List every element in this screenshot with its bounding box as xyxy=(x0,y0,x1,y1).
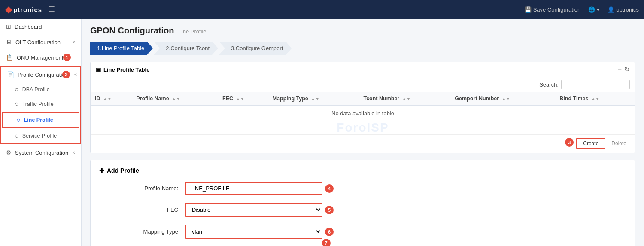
fec-select[interactable]: Disable Enable xyxy=(185,203,322,217)
sort-icon-gemport: ▲▼ xyxy=(502,96,510,101)
mapping-type-label: Mapping Type xyxy=(99,228,185,235)
data-table: ID ▲▼ Profile Name ▲▼ FEC ▲▼ Mapping T xyxy=(91,92,635,121)
sidebar-item-system-config[interactable]: ⚙ System Configuration < xyxy=(0,145,81,160)
delete-button[interactable]: Delete xyxy=(608,138,630,149)
profile-name-input[interactable] xyxy=(185,182,322,195)
table-footer: 3 Create Delete xyxy=(91,134,635,153)
mapping-type-select[interactable]: vlan gem priority xyxy=(185,225,322,239)
add-icon: ✚ xyxy=(99,167,104,174)
profile-name-row: Profile Name: 4 xyxy=(99,182,626,195)
chevron-icon: < xyxy=(73,39,75,45)
col-profile-name[interactable]: Profile Name ▲▼ xyxy=(132,92,218,105)
page-subtitle: Line Profile xyxy=(179,28,207,35)
table-header: ▦ Line Profile Table − ↻ xyxy=(91,62,635,77)
save-icon: 💾 xyxy=(525,6,532,13)
col-id[interactable]: ID ▲▼ xyxy=(91,92,132,105)
dba-dot-icon: ○ xyxy=(15,86,19,93)
sidebar: ⊞ Dashboard 🖥 OLT Configuration < 📋 ONU … xyxy=(0,19,82,246)
sort-icon-fec: ▲▼ xyxy=(236,96,245,101)
top-navbar: ◆ ptronics ☰ 💾 Save Configuration 🌐 ▾ 👤 … xyxy=(0,0,644,19)
add-profile-title: ✚ Add Profile xyxy=(99,167,626,174)
watermark-area: ForoISP xyxy=(91,121,635,134)
sidebar-sub-item-service[interactable]: ○ Service Profile xyxy=(1,129,80,143)
table-empty-row: No data available in table xyxy=(91,105,635,121)
sort-icon-tcont: ▲▼ xyxy=(402,96,411,101)
profile-icon: 📄 xyxy=(7,71,14,78)
wizard-step-3[interactable]: 3.Configure Gemport xyxy=(219,42,292,55)
sidebar-item-olt-config[interactable]: 🖥 OLT Configuration < xyxy=(0,34,81,50)
badge-7: 7 xyxy=(322,239,331,246)
sort-icon-mapping: ▲▼ xyxy=(311,96,319,101)
table-header-row: ID ▲▼ Profile Name ▲▼ FEC ▲▼ Mapping T xyxy=(91,92,635,105)
profile-name-control: 4 xyxy=(185,182,322,195)
create-button[interactable]: Create xyxy=(576,138,605,149)
table-actions: − ↻ xyxy=(618,66,630,73)
wizard-step-2[interactable]: 2.Configure Tcont xyxy=(154,42,218,55)
wizard-steps: 1.Line Profile Table 2.Configure Tcont 3… xyxy=(90,42,635,55)
col-mapping-type[interactable]: Mapping Type ▲▼ xyxy=(268,92,359,105)
sort-icon-bind: ▲▼ xyxy=(591,96,600,101)
profile-config-section: 📄 Profile Configuration 2 < ○ DBA Profil… xyxy=(0,66,81,144)
line-profile-dot-icon: ○ xyxy=(16,116,21,124)
topnav-right: 💾 Save Configuration 🌐 ▾ 👤 optronics xyxy=(525,6,639,13)
user-icon: 👤 xyxy=(608,6,614,13)
profile-name-label: Profile Name: xyxy=(99,185,185,192)
mapping-type-row: Mapping Type vlan gem priority 6 xyxy=(99,225,626,239)
add-profile-section: ✚ Add Profile Profile Name: 4 FEC Disabl… xyxy=(90,160,635,246)
search-area: Search: xyxy=(91,77,635,92)
user-menu[interactable]: 👤 optronics xyxy=(608,6,639,13)
badge-1: 1 xyxy=(63,54,71,61)
badge-3: 3 xyxy=(565,138,574,147)
main-content: GPON Configuration Line Profile 1.Line P… xyxy=(82,19,644,246)
hamburger-icon[interactable]: ☰ xyxy=(48,5,55,14)
logo: ◆ ptronics xyxy=(5,4,42,15)
badge-6: 6 xyxy=(325,228,334,236)
col-tcont-number[interactable]: Tcont Number ▲▼ xyxy=(359,92,450,105)
line-profile-border: ○ Line Profile xyxy=(2,112,79,128)
empty-message: No data available in table xyxy=(91,105,635,121)
sidebar-item-onu-mgmt[interactable]: 📋 ONU Management 1 xyxy=(0,50,81,65)
sidebar-item-dashboard[interactable]: ⊞ Dashboard xyxy=(0,19,81,34)
search-label: Search: xyxy=(539,81,559,88)
sidebar-sub-item-line-profile[interactable]: ○ Line Profile xyxy=(3,113,79,127)
sidebar-sub-item-dba[interactable]: ○ DBA Profile xyxy=(1,82,80,97)
watermark-text: ForoISP xyxy=(337,121,389,135)
globe-icon: 🌐 xyxy=(588,6,595,13)
table-section: ▦ Line Profile Table − ↻ Search: ID xyxy=(90,62,635,153)
save-config-button[interactable]: 💾 Save Configuration xyxy=(525,6,581,13)
dashboard-icon: ⊞ xyxy=(6,23,11,30)
layout: ⊞ Dashboard 🖥 OLT Configuration < 📋 ONU … xyxy=(0,19,644,246)
col-fec[interactable]: FEC ▲▼ xyxy=(218,92,268,105)
refresh-button[interactable]: ↻ xyxy=(624,66,630,73)
page-header: GPON Configuration Line Profile xyxy=(90,26,635,36)
sidebar-item-profile-config[interactable]: 📄 Profile Configuration 2 < xyxy=(1,67,80,82)
olt-icon: 🖥 xyxy=(6,39,12,45)
table-head: ID ▲▼ Profile Name ▲▼ FEC ▲▼ Mapping T xyxy=(91,92,635,105)
col-gemport-number[interactable]: Gemport Number ▲▼ xyxy=(450,92,555,105)
sort-icon-profile: ▲▼ xyxy=(172,96,180,101)
service-dot-icon: ○ xyxy=(15,132,19,140)
fec-label: FEC xyxy=(99,207,185,213)
language-selector[interactable]: 🌐 ▾ xyxy=(588,6,600,13)
badge-4: 4 xyxy=(325,184,334,193)
profile-chevron-icon: < xyxy=(74,72,77,77)
traffic-dot-icon: ○ xyxy=(15,100,19,108)
col-bind-times[interactable]: Bind Times ▲▼ xyxy=(555,92,635,105)
onu-icon: 📋 xyxy=(6,54,13,61)
table-title: ▦ Line Profile Table xyxy=(96,66,149,73)
minimize-button[interactable]: − xyxy=(618,66,622,73)
search-input[interactable] xyxy=(561,80,630,89)
table-body: No data available in table xyxy=(91,105,635,121)
sort-icon-id: ▲▼ xyxy=(103,96,112,101)
mapping-type-control: vlan gem priority 6 xyxy=(185,225,322,239)
logo-icon: ◆ xyxy=(5,4,12,15)
sidebar-sub-item-traffic[interactable]: ○ Traffic Profile xyxy=(1,97,80,111)
fec-row: FEC Disable Enable 5 xyxy=(99,203,626,217)
system-chevron-icon: < xyxy=(73,150,75,155)
badge-2: 2 xyxy=(62,71,70,78)
logo-text: ptronics xyxy=(13,6,42,13)
table-grid-icon: ▦ xyxy=(96,66,101,73)
fec-control: Disable Enable 5 xyxy=(185,203,322,217)
wizard-step-1[interactable]: 1.Line Profile Table xyxy=(90,42,153,55)
topnav-left: ◆ ptronics ☰ xyxy=(5,4,55,15)
